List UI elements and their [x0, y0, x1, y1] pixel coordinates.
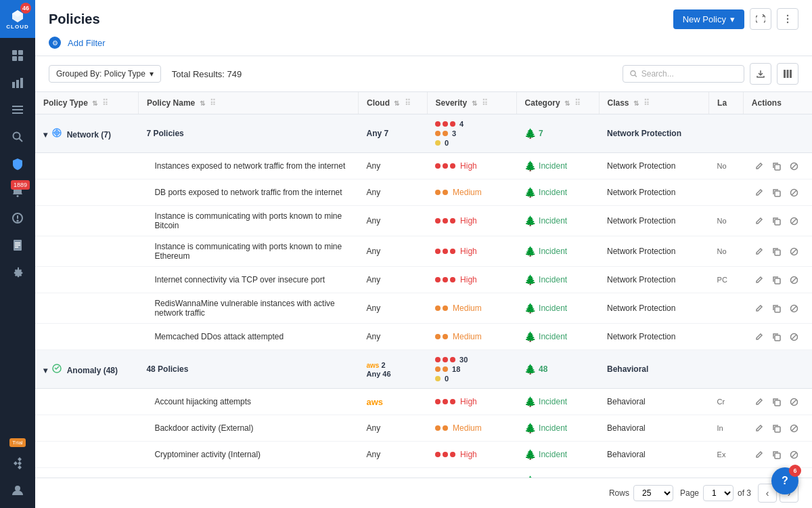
search-box[interactable]: [623, 65, 744, 83]
col-severity[interactable]: Severity ⇅ ⠿: [427, 92, 516, 114]
edit-button[interactable]: [751, 272, 766, 287]
col-class[interactable]: Class ⇅ ⠿: [599, 92, 709, 114]
disable-button[interactable]: [786, 447, 801, 462]
disable-button[interactable]: [786, 421, 801, 436]
col-la[interactable]: La: [709, 92, 744, 114]
group-expand-icon[interactable]: ▾: [43, 130, 47, 140]
disable-button[interactable]: [786, 213, 801, 228]
svg-line-41: [792, 219, 796, 224]
sidebar-item-reports[interactable]: [4, 233, 31, 257]
edit-button[interactable]: [751, 244, 766, 259]
disable-button[interactable]: [786, 329, 801, 344]
svg-rect-19: [15, 247, 18, 248]
sort-class[interactable]: ⇅: [633, 100, 639, 107]
sort-policy-type[interactable]: ⇅: [92, 100, 97, 107]
refresh-button[interactable]: [750, 8, 771, 30]
edit-button[interactable]: [751, 421, 766, 436]
copy-button[interactable]: [769, 244, 784, 259]
page-select[interactable]: 123: [703, 485, 734, 501]
row-severity: High: [427, 236, 516, 267]
sidebar-item-security[interactable]: [4, 152, 31, 176]
copy-button[interactable]: [769, 447, 784, 462]
copy-button[interactable]: [769, 329, 784, 344]
sidebar-item-search[interactable]: [4, 125, 31, 149]
svg-rect-6: [20, 78, 23, 88]
disable-button[interactable]: [786, 394, 801, 409]
sidebar-item-profile[interactable]: [4, 478, 31, 503]
copy-button[interactable]: [769, 272, 784, 287]
sidebar-nav: 1889: [4, 38, 31, 433]
resize-policy-type[interactable]: ⠿: [102, 98, 108, 108]
sort-policy-name[interactable]: ⇅: [200, 100, 205, 107]
disable-button[interactable]: [786, 244, 801, 259]
copy-button[interactable]: [769, 185, 784, 200]
row-cloud: Any: [358, 267, 427, 293]
svg-line-60: [792, 426, 796, 431]
sidebar-item-notifications[interactable]: [4, 206, 31, 230]
sidebar-item-alerts[interactable]: 1889: [4, 179, 31, 203]
edit-button[interactable]: [751, 394, 766, 409]
row-class: Network Protection: [599, 153, 709, 179]
col-category[interactable]: Category ⇅ ⠿: [516, 92, 599, 114]
edit-button[interactable]: [751, 301, 766, 316]
sort-severity[interactable]: ⇅: [472, 100, 477, 107]
disable-button[interactable]: [786, 272, 801, 287]
disable-button[interactable]: [786, 158, 801, 173]
copy-button[interactable]: [769, 158, 784, 173]
group-expand-icon[interactable]: ▾: [43, 366, 47, 375]
sort-cloud[interactable]: ⇅: [394, 100, 399, 107]
sidebar-item-inventory[interactable]: [4, 98, 31, 122]
disable-button[interactable]: [786, 185, 801, 200]
copy-button[interactable]: [769, 301, 784, 316]
rows-select[interactable]: 251050100: [633, 485, 673, 501]
sidebar-bottom: Trial: [4, 433, 31, 508]
more-options-button[interactable]: [777, 8, 798, 30]
edit-button[interactable]: [751, 158, 766, 173]
add-filter-button[interactable]: Add Filter: [68, 38, 106, 48]
table-row: DB ports exposed to network traffic from…: [35, 179, 812, 206]
resize-cloud[interactable]: ⠿: [405, 98, 411, 108]
filter-icon: ⚙: [49, 37, 61, 49]
sidebar-item-dashboard[interactable]: [4, 43, 31, 68]
resize-class[interactable]: ⠿: [644, 98, 650, 108]
row-severity: Medium: [427, 415, 516, 442]
copy-button[interactable]: [769, 421, 784, 436]
edit-button[interactable]: [751, 213, 766, 228]
columns-button[interactable]: [777, 63, 798, 85]
export-button[interactable]: [750, 63, 771, 85]
resize-policy-name[interactable]: ⠿: [210, 98, 216, 108]
copy-button[interactable]: [769, 394, 784, 409]
group-severity: 30 18 0: [427, 350, 516, 389]
col-policy-type[interactable]: Policy Type ⇅ ⠿: [35, 92, 138, 114]
sort-category[interactable]: ⇅: [564, 100, 570, 107]
edit-button[interactable]: [751, 185, 766, 200]
help-badge: 6: [789, 465, 801, 477]
col-cloud[interactable]: Cloud ⇅ ⠿: [358, 92, 427, 114]
row-class: Behavioral: [599, 468, 709, 478]
sidebar-item-settings[interactable]: [4, 260, 31, 284]
sidebar-item-integrations[interactable]: [4, 451, 31, 475]
disable-button[interactable]: [786, 301, 801, 316]
resize-severity[interactable]: ⠿: [482, 98, 488, 108]
col-policy-name[interactable]: Policy Name ⇅ ⠿: [138, 92, 358, 114]
resize-category[interactable]: ⠿: [574, 98, 581, 108]
row-actions: [743, 442, 812, 468]
svg-line-47: [792, 278, 796, 282]
row-policy-name: RedisWannaMine vulnerable instances with…: [138, 293, 358, 324]
edit-button[interactable]: [751, 447, 766, 462]
svg-line-11: [20, 139, 23, 142]
copy-button[interactable]: [769, 213, 784, 228]
svg-rect-9: [12, 112, 23, 114]
help-button[interactable]: ? 6: [771, 467, 798, 494]
grouped-by-select[interactable]: Grouped By: Policy Type ▾: [49, 65, 161, 83]
new-policy-button[interactable]: New Policy ▾: [673, 9, 744, 29]
app-logo[interactable]: 46 CLOUD: [0, 0, 35, 38]
edit-button[interactable]: [751, 329, 766, 344]
row-cloud: Any: [358, 415, 427, 442]
search-input[interactable]: [641, 69, 737, 79]
group-type-cell[interactable]: ▾ Anomaly (48): [35, 350, 138, 389]
sidebar-item-analytics[interactable]: [4, 70, 31, 95]
row-type: [35, 415, 138, 442]
row-category: 🌲 Incident: [516, 236, 599, 267]
group-type-cell[interactable]: ▾ Network (7): [35, 114, 138, 153]
